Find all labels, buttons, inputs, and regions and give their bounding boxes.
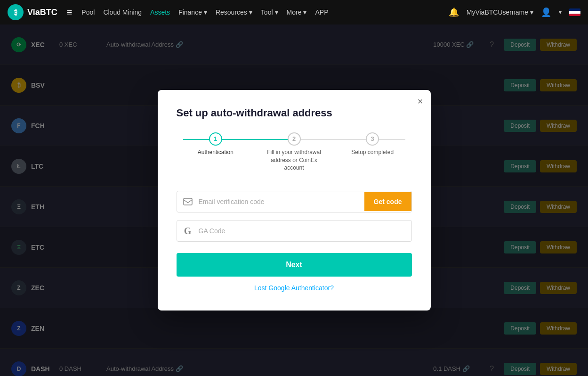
step-circle-2: 2 (288, 132, 301, 146)
nav-right: 🔔 MyViaBTCUsername ▾ 👤 ▾ (449, 7, 580, 17)
steps-indicator: 1 Authentication 2 Fill in your withdraw… (177, 132, 412, 172)
next-button[interactable]: Next (177, 253, 412, 277)
ga-code-input[interactable] (199, 221, 411, 241)
logo-text: ViaBTC (27, 8, 57, 17)
bell-icon[interactable]: 🔔 (449, 7, 459, 17)
auto-withdrawal-modal: × Set up auto-withdrawal address 1 Authe… (158, 90, 431, 311)
logo[interactable]: ₿ ViaBTC (8, 4, 57, 20)
modal-close-button[interactable]: × (418, 97, 423, 106)
step-1: 1 Authentication (177, 132, 255, 156)
nav-pool[interactable]: Pool (81, 8, 95, 16)
modal-overlay: × Set up auto-withdrawal address 1 Authe… (0, 25, 588, 376)
svg-rect-0 (184, 198, 192, 205)
lost-authenticator-link[interactable]: Lost Google Authenticator? (177, 284, 412, 292)
step-2: 2 Fill in your withdrawal address or Coi… (255, 132, 333, 172)
nav-links: Pool Cloud Mining Assets Finance ▾ Resou… (81, 8, 328, 16)
nav-app[interactable]: APP (315, 8, 328, 16)
email-verification-group: Get code (177, 191, 412, 213)
step-3: 3 Setup completed (333, 132, 412, 156)
step-circle-1: 1 (209, 132, 222, 146)
chevron-down-icon[interactable]: ▾ (559, 9, 562, 16)
nav-tool[interactable]: Tool ▾ (261, 8, 278, 16)
profile-icon[interactable]: 👤 (541, 7, 551, 17)
step-circle-3: 3 (366, 132, 379, 146)
modal-title: Set up auto-withdrawal address (177, 107, 412, 119)
ga-icon: G (177, 226, 199, 237)
nav-resources[interactable]: Resources ▾ (216, 8, 252, 16)
nav-finance[interactable]: Finance ▾ (178, 8, 207, 16)
email-icon (177, 198, 199, 205)
get-code-button[interactable]: Get code (364, 192, 411, 211)
language-flag[interactable] (569, 8, 580, 16)
navbar: ₿ ViaBTC ≡ Pool Cloud Mining Assets Fina… (0, 0, 588, 25)
ga-code-group: G (177, 220, 412, 242)
page-background: ⟳ XEC 0 XEC Auto-withdrawal Address 🔗 10… (0, 25, 588, 376)
hamburger-icon[interactable]: ≡ (67, 7, 72, 18)
logo-icon: ₿ (8, 4, 24, 20)
nav-cloud-mining[interactable]: Cloud Mining (103, 8, 142, 16)
step-label-2: Fill in your withdrawal address or CoinE… (264, 148, 325, 172)
nav-assets[interactable]: Assets (150, 8, 170, 16)
step-label-1: Authentication (198, 148, 234, 156)
step-label-3: Setup completed (351, 148, 394, 156)
user-menu[interactable]: MyViaBTCUsername ▾ (467, 8, 533, 16)
email-verification-input[interactable] (199, 191, 364, 212)
nav-more[interactable]: More ▾ (287, 8, 307, 16)
